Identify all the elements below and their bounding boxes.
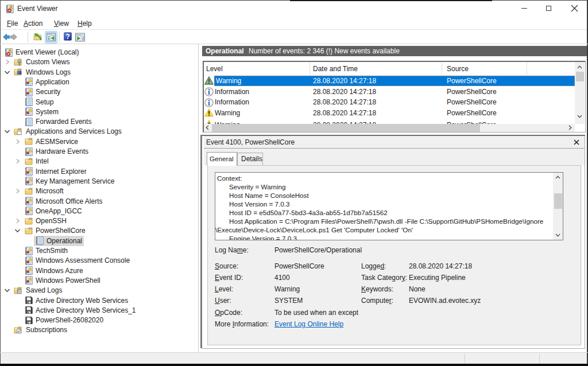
svg-text:?: ?: [65, 33, 70, 41]
